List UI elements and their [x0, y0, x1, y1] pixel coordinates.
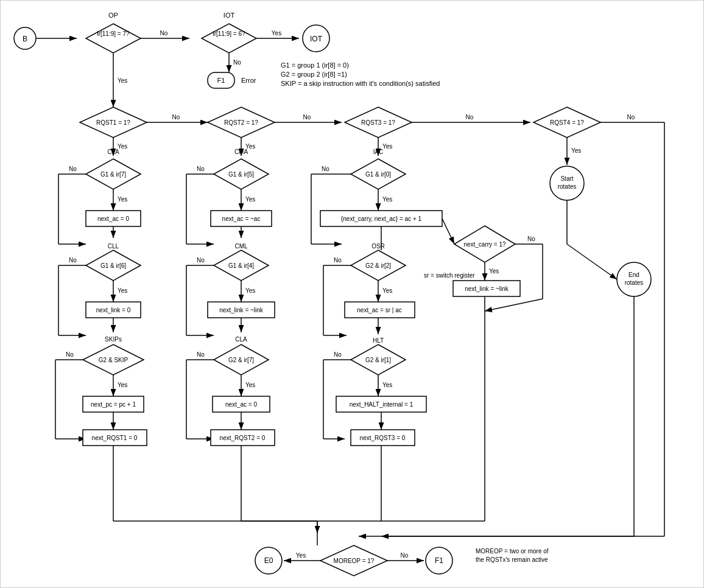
skips-label: SKIPs: [105, 336, 122, 343]
rqst4: RQST4 = 1?: [550, 119, 584, 126]
no-g1ir7: No: [69, 166, 77, 172]
g1-ir4: G1 & ir[4]: [228, 262, 254, 269]
svg-marker-6: [202, 24, 256, 53]
yes-g1ir5: Yes: [245, 196, 255, 203]
no-rqst4: No: [627, 114, 635, 121]
next-ac-nac: next_ac = ~ac: [222, 215, 261, 222]
yes-g2ir7: Yes: [245, 382, 255, 388]
hlt-label: HLT: [373, 337, 384, 344]
svg-line-82: [442, 219, 454, 244]
cma-label: CMA: [234, 149, 248, 155]
op-label: OP: [108, 12, 118, 19]
moreop: MOREOP = 1?: [334, 558, 375, 564]
svg-marker-4: [86, 24, 141, 53]
g1-ir7: G1 & ir[7]: [100, 171, 126, 178]
rqst1: RQST1 = 1?: [96, 119, 130, 126]
yes-label-rqst1: Yes: [118, 77, 127, 84]
legend-g1: G1 = group 1 (ir[8] = 0): [281, 61, 349, 69]
g2-ir1: G2 & ir[1]: [365, 357, 391, 363]
iot-label: IOT: [224, 12, 235, 19]
next-carry-ac: {next_carry, next_ac} = ac + 1: [341, 215, 422, 222]
cml-label: CML: [234, 243, 248, 250]
e0: E0: [264, 556, 273, 565]
next-ac-0a: next_ac = 0: [97, 215, 129, 222]
next-ac-0b: next_ac = 0: [225, 401, 257, 408]
yes-g1ir4: Yes: [245, 287, 255, 294]
next-carry-1: next_carry = 1?: [463, 241, 506, 248]
yes-rqst4: Yes: [571, 147, 581, 154]
yes-carry: Yes: [489, 268, 499, 275]
yes-moreop: Yes: [296, 552, 306, 559]
no-g2ir2: No: [334, 257, 342, 264]
yes-g2skip: Yes: [118, 382, 127, 388]
yes-g2ir1: Yes: [382, 382, 392, 388]
legend-skip: SKIP = a skip instruction with it's cond…: [281, 80, 440, 87]
no-carry: No: [527, 236, 535, 242]
end-rotates: End: [628, 271, 639, 278]
ir-check1: ir[11:9] = 7?: [97, 30, 130, 37]
b-label: B: [23, 35, 27, 43]
no-g2ir1: No: [334, 351, 342, 358]
yes-g1ir6: Yes: [118, 287, 127, 294]
g2-skip: G2 & SKIP: [99, 357, 128, 363]
diagram-container: B OP ir[11:9] = 7? No IOT ir[11:9] = 6? …: [0, 0, 704, 588]
yes-label-iot: Yes: [272, 30, 281, 37]
no-rqst1: No: [172, 114, 180, 121]
g1-ir6: G1 & ir[6]: [100, 262, 126, 269]
rqst3: RQST3 = 1?: [361, 119, 395, 126]
yes-g2ir2: Yes: [382, 287, 392, 294]
ir-check2: ir[11:9] = 6?: [213, 30, 245, 37]
next-pc: next_pc = pc + 1: [91, 401, 136, 408]
cll-label: CLL: [108, 243, 119, 250]
next-ac-sr: next_ac = sr | ac: [357, 307, 401, 313]
no-moreop: No: [401, 552, 409, 559]
yes-g1ir7: Yes: [118, 196, 127, 203]
svg-line-112: [567, 244, 617, 279]
f1-end: F1: [435, 556, 443, 565]
f1-error: F1: [217, 77, 225, 84]
next-halt: next_HALT_internal = 1: [350, 401, 414, 408]
next-rqst1-0: next_RQST1 = 0: [92, 435, 138, 441]
no-g1ir6: No: [69, 257, 77, 264]
next-link-nlink-a: next_link = ~link: [219, 307, 264, 313]
no-g2ir7: No: [197, 351, 205, 358]
cla-label: CLA: [107, 149, 119, 155]
svg-text:rotates: rotates: [558, 183, 577, 190]
no-g1ir4: No: [197, 257, 205, 264]
moreop-note-1: MOREOP = two or more of: [476, 548, 549, 555]
moreop-note-2: the RQSTx's remain active: [476, 556, 548, 563]
flowchart-svg: B OP ir[11:9] = 7? No IOT ir[11:9] = 6? …: [1, 1, 704, 588]
next-link-0: next_link = 0: [96, 307, 131, 313]
no-g1ir5: No: [197, 166, 205, 172]
rqst2: RQST2 = 1?: [224, 119, 258, 126]
no-label-1: No: [160, 30, 168, 37]
iot-circle: IOT: [310, 35, 323, 43]
iac-label: IAC: [373, 149, 384, 155]
no-rqst2: No: [303, 114, 311, 121]
error-label: Error: [241, 77, 256, 84]
no-label-f1: No: [233, 59, 241, 66]
g1-ir0: G1 & ir[0]: [365, 171, 391, 178]
next-rqst3-0: next_RQST3 = 0: [360, 435, 406, 441]
start-rotates: Start: [560, 175, 573, 182]
svg-text:rotates: rotates: [625, 279, 644, 286]
g1-ir5: G1 & ir[5]: [228, 171, 254, 178]
no-rqst3: No: [466, 114, 474, 121]
legend-g2: G2 = group 2 (ir[8] =1): [281, 71, 347, 78]
yes-g1ir0: Yes: [382, 196, 392, 203]
g2-ir2: G2 & ir[2]: [365, 262, 391, 269]
cla-label-2: CLA: [235, 336, 247, 343]
yes-rqst3: Yes: [382, 143, 392, 150]
next-link-nlink-b: next_link = ~link: [465, 285, 509, 292]
svg-line-88: [485, 299, 543, 311]
no-g1ir0: No: [322, 166, 329, 172]
osr-label: OSR: [371, 243, 385, 250]
next-rqst2-0: next_RQST2 = 0: [220, 435, 266, 441]
no-g2skip: No: [66, 351, 74, 358]
sr-note: sr = switch register: [424, 272, 475, 279]
g2-ir7: G2 & ir[7]: [228, 357, 254, 363]
